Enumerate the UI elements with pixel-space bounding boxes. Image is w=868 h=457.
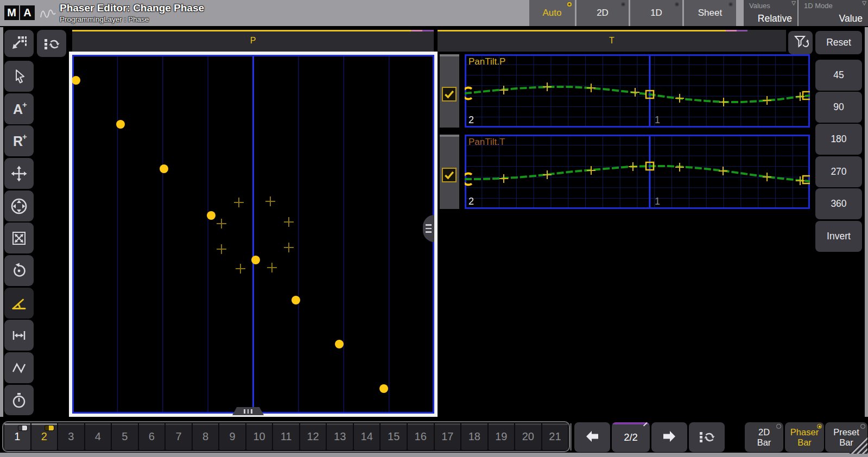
step-button-3[interactable]: 3 [58, 423, 84, 450]
fixture-dot-marker[interactable] [379, 384, 388, 393]
track-curve-plot-pantilt-t[interactable]: PanTilt.T21 [465, 135, 810, 209]
curve-point-cross[interactable] [763, 96, 771, 105]
fixture-cross-marker[interactable] [234, 198, 244, 207]
track-label: PanTilt.P [468, 56, 505, 67]
fixture-dot-marker[interactable] [335, 340, 344, 348]
tab-auto[interactable]: Auto [529, 0, 575, 26]
toolbar-phase-button[interactable] [4, 288, 34, 319]
phase-button-180[interactable]: 180 [815, 124, 862, 155]
tab-2d[interactable]: 2D [576, 0, 629, 26]
step-button-12[interactable]: 12 [300, 423, 326, 450]
fixture-dot-marker[interactable] [207, 211, 216, 220]
curve-point-cross[interactable] [675, 163, 684, 172]
step-button-19[interactable]: 19 [489, 423, 515, 450]
fixture-cross-marker[interactable] [236, 264, 245, 274]
fixture-cross-marker[interactable] [284, 217, 294, 227]
step-button-1[interactable]: 1 [4, 423, 30, 450]
filter-button[interactable] [788, 31, 813, 54]
fixture-dot-marker[interactable] [251, 256, 260, 264]
step-button-2[interactable]: 2 [31, 423, 58, 450]
follow-steps-button[interactable] [689, 422, 725, 452]
step-button-7[interactable]: 7 [166, 423, 192, 450]
fixture-cross-marker[interactable] [217, 219, 226, 228]
step-number: 20 [522, 430, 534, 443]
toolbar-add-relative-button[interactable]: R+ [4, 125, 34, 156]
step-button-11[interactable]: 11 [273, 423, 299, 450]
curve-point-cross[interactable] [719, 167, 727, 175]
curve-point-cross[interactable] [587, 84, 595, 92]
step-button-13[interactable]: 13 [327, 423, 353, 450]
step-page-indicator[interactable]: 2/2 [612, 422, 650, 452]
curve-point-cross[interactable] [499, 86, 508, 94]
tab-sheet[interactable]: Sheet [684, 0, 736, 26]
curve-point-cross[interactable] [543, 82, 552, 91]
dropdown-value: Value [799, 13, 863, 24]
toolbar-rotate-button[interactable] [4, 255, 34, 286]
toolbar-speed-button[interactable] [4, 385, 34, 415]
toolbar-pointer-button[interactable] [4, 61, 34, 92]
step-button-5[interactable]: 5 [112, 423, 138, 450]
tab-1d[interactable]: 1D [630, 0, 682, 26]
right-scrollbar[interactable] [865, 27, 868, 417]
rotate-icon [10, 262, 28, 280]
step-button-18[interactable]: 18 [461, 423, 487, 450]
track-checkbox-pantilt-p[interactable] [442, 87, 457, 101]
prev-step-button[interactable] [574, 422, 610, 452]
splitter-handle-bottom[interactable] [232, 407, 264, 415]
fixture-cross-marker[interactable] [284, 243, 294, 252]
curve-point-cross[interactable] [675, 94, 684, 103]
dropdown-1d-mode[interactable]: 1D ModeValue▽ [799, 0, 868, 26]
curve-point-cross[interactable] [587, 166, 595, 175]
phase-button-invert[interactable]: Invert [815, 221, 862, 252]
fixture-dot-marker[interactable] [116, 120, 125, 129]
step-button-14[interactable]: 14 [354, 423, 380, 450]
track-checkbox-pantilt-t[interactable] [442, 168, 457, 182]
step-button-20[interactable]: 20 [515, 423, 541, 450]
toolbar-sync-button[interactable] [37, 30, 66, 57]
curve-point-cross[interactable] [499, 174, 508, 183]
fixture-cross-marker[interactable] [217, 244, 226, 254]
step-button-4[interactable]: 4 [85, 423, 111, 450]
step-number: 1 [14, 430, 20, 443]
step-button-17[interactable]: 17 [435, 423, 461, 450]
step-button-16[interactable]: 16 [408, 423, 434, 450]
step-button-6[interactable]: 6 [139, 423, 165, 450]
step-button-10[interactable]: 10 [246, 423, 273, 450]
fixture-cross-marker[interactable] [265, 196, 275, 206]
phase-button-270[interactable]: 270 [815, 156, 862, 187]
column-header-t[interactable]: T [438, 30, 786, 52]
phase-button-360[interactable]: 360 [815, 188, 862, 219]
step-button-8[interactable]: 8 [193, 423, 219, 450]
step-button-21[interactable]: 21 [542, 423, 568, 450]
left-scrollbar[interactable] [0, 27, 3, 417]
toolbar-scale-button[interactable] [4, 223, 34, 253]
step-button-9[interactable]: 9 [219, 423, 245, 450]
phase-button-45[interactable]: 45 [815, 60, 862, 91]
curve-point-cross[interactable] [631, 88, 639, 97]
toolbar-add-absolute-button[interactable]: A+ [4, 93, 34, 124]
next-step-button[interactable] [651, 422, 687, 452]
fixture-dot-marker[interactable] [72, 76, 80, 85]
2d-bar-button[interactable]: 2DBar [745, 422, 783, 452]
toolbar-move-selection-button[interactable] [4, 30, 34, 57]
fixture-dot-marker[interactable] [160, 164, 168, 173]
dropdown-values[interactable]: ValuesRelative▽ [744, 0, 797, 26]
track-curve-plot-pantilt-p[interactable]: PanTilt.P21 [465, 54, 810, 128]
curve-point-cross[interactable] [719, 98, 728, 106]
phaser-bar-button[interactable]: PhaserBar [785, 422, 824, 452]
fixture-dot-marker[interactable] [292, 296, 300, 304]
curve-point-cross[interactable] [763, 173, 771, 181]
reset-button[interactable]: Reset [815, 31, 862, 54]
curve-point-cross[interactable] [629, 162, 637, 171]
phase-button-90[interactable]: 90 [815, 92, 862, 123]
toolbar-move-circle-button[interactable] [4, 191, 34, 221]
arrow-right-icon [661, 428, 678, 447]
toolbar-transition-button[interactable] [4, 352, 34, 383]
phaser-2d-plot[interactable] [69, 52, 438, 417]
step-button-15[interactable]: 15 [381, 423, 407, 450]
curve-point-cross[interactable] [543, 170, 552, 179]
toolbar-width-button[interactable] [4, 320, 34, 351]
fixture-cross-marker[interactable] [267, 263, 277, 272]
toolbar-move-button[interactable] [4, 158, 34, 189]
column-header-p[interactable]: P [72, 30, 434, 52]
